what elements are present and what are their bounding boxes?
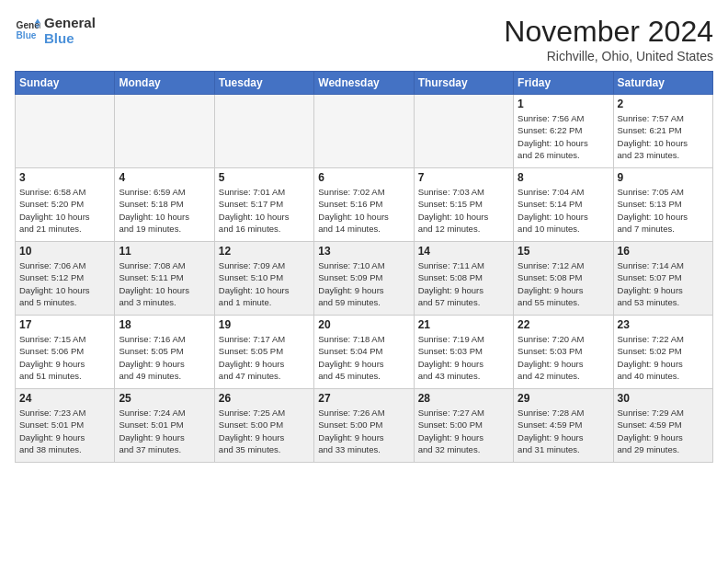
day-number: 24: [19, 392, 110, 405]
day-info: Sunrise: 6:59 AM Sunset: 5:18 PM Dayligh…: [119, 186, 210, 235]
day-number: 5: [219, 171, 310, 184]
day-info: Sunrise: 7:06 AM Sunset: 5:12 PM Dayligh…: [19, 259, 110, 308]
calendar-cell: 2Sunrise: 7:57 AM Sunset: 6:21 PM Daylig…: [613, 95, 712, 168]
calendar-cell: 24Sunrise: 7:23 AM Sunset: 5:01 PM Dayli…: [16, 389, 115, 463]
day-info: Sunrise: 7:16 AM Sunset: 5:05 PM Dayligh…: [119, 333, 210, 382]
day-info: Sunrise: 7:23 AM Sunset: 5:01 PM Dayligh…: [19, 407, 110, 455]
day-number: 25: [119, 392, 210, 405]
calendar-cell: [16, 95, 115, 168]
day-info: Sunrise: 7:15 AM Sunset: 5:06 PM Dayligh…: [19, 333, 110, 382]
calendar-cell: 13Sunrise: 7:10 AM Sunset: 5:09 PM Dayli…: [314, 242, 414, 316]
day-number: 7: [418, 171, 509, 184]
day-number: 28: [418, 392, 509, 405]
day-info: Sunrise: 7:01 AM Sunset: 5:17 PM Dayligh…: [219, 186, 310, 235]
calendar-cell: 1Sunrise: 7:56 AM Sunset: 6:22 PM Daylig…: [514, 95, 613, 168]
day-info: Sunrise: 7:29 AM Sunset: 4:59 PM Dayligh…: [618, 407, 709, 455]
day-info: Sunrise: 7:02 AM Sunset: 5:16 PM Dayligh…: [318, 186, 409, 235]
logo: General Blue General Blue: [15, 15, 96, 46]
day-info: Sunrise: 7:56 AM Sunset: 6:22 PM Dayligh…: [518, 112, 609, 161]
page-header: General Blue General Blue November 2024 …: [15, 15, 713, 63]
day-info: Sunrise: 7:25 AM Sunset: 5:00 PM Dayligh…: [219, 407, 310, 455]
day-number: 11: [119, 245, 210, 258]
day-number: 2: [618, 98, 709, 110]
day-info: Sunrise: 7:26 AM Sunset: 5:00 PM Dayligh…: [318, 407, 409, 455]
calendar-table: SundayMondayTuesdayWednesdayThursdayFrid…: [15, 71, 713, 463]
day-info: Sunrise: 7:17 AM Sunset: 5:05 PM Dayligh…: [219, 333, 310, 382]
day-info: Sunrise: 7:19 AM Sunset: 5:03 PM Dayligh…: [418, 333, 509, 382]
calendar-week-3: 17Sunrise: 7:15 AM Sunset: 5:06 PM Dayli…: [16, 316, 713, 389]
weekday-header-wednesday: Wednesday: [314, 72, 414, 95]
calendar-cell: 28Sunrise: 7:27 AM Sunset: 5:00 PM Dayli…: [414, 389, 513, 463]
logo-line2: Blue: [44, 30, 96, 46]
day-info: Sunrise: 7:09 AM Sunset: 5:10 PM Dayligh…: [219, 259, 310, 308]
day-number: 10: [19, 245, 110, 258]
day-number: 30: [618, 392, 709, 405]
day-info: Sunrise: 7:28 AM Sunset: 4:59 PM Dayligh…: [518, 407, 609, 455]
title-area: November 2024 Richville, Ohio, United St…: [504, 15, 713, 63]
weekday-header-thursday: Thursday: [414, 72, 513, 95]
day-info: Sunrise: 7:20 AM Sunset: 5:03 PM Dayligh…: [518, 333, 609, 382]
calendar-cell: 16Sunrise: 7:14 AM Sunset: 5:07 PM Dayli…: [613, 242, 712, 316]
day-info: Sunrise: 7:14 AM Sunset: 5:07 PM Dayligh…: [618, 259, 709, 308]
calendar-cell: 6Sunrise: 7:02 AM Sunset: 5:16 PM Daylig…: [314, 168, 414, 242]
day-number: 15: [518, 245, 609, 258]
weekday-header-sunday: Sunday: [16, 72, 115, 95]
logo-icon: General Blue: [15, 17, 40, 43]
day-info: Sunrise: 7:03 AM Sunset: 5:15 PM Dayligh…: [418, 186, 509, 235]
calendar-cell: 5Sunrise: 7:01 AM Sunset: 5:17 PM Daylig…: [214, 168, 313, 242]
calendar-cell: 27Sunrise: 7:26 AM Sunset: 5:00 PM Dayli…: [314, 389, 414, 463]
day-info: Sunrise: 6:58 AM Sunset: 5:20 PM Dayligh…: [19, 186, 110, 235]
calendar-cell: 26Sunrise: 7:25 AM Sunset: 5:00 PM Dayli…: [214, 389, 313, 463]
day-number: 20: [318, 318, 409, 331]
day-number: 17: [19, 318, 110, 331]
calendar-cell: 18Sunrise: 7:16 AM Sunset: 5:05 PM Dayli…: [115, 316, 214, 389]
day-info: Sunrise: 7:04 AM Sunset: 5:14 PM Dayligh…: [518, 186, 609, 235]
calendar-cell: 25Sunrise: 7:24 AM Sunset: 5:01 PM Dayli…: [115, 389, 214, 463]
day-info: Sunrise: 7:24 AM Sunset: 5:01 PM Dayligh…: [119, 407, 210, 455]
calendar-cell: [414, 95, 513, 168]
logo-line1: General: [44, 15, 96, 30]
calendar-week-4: 24Sunrise: 7:23 AM Sunset: 5:01 PM Dayli…: [16, 389, 713, 463]
calendar-cell: 19Sunrise: 7:17 AM Sunset: 5:05 PM Dayli…: [214, 316, 313, 389]
day-number: 3: [19, 171, 110, 184]
calendar-cell: 29Sunrise: 7:28 AM Sunset: 4:59 PM Dayli…: [514, 389, 613, 463]
day-number: 26: [219, 392, 310, 405]
calendar-cell: 9Sunrise: 7:05 AM Sunset: 5:13 PM Daylig…: [613, 168, 712, 242]
day-number: 9: [618, 171, 709, 184]
calendar-cell: [115, 95, 214, 168]
calendar-cell: 12Sunrise: 7:09 AM Sunset: 5:10 PM Dayli…: [214, 242, 313, 316]
day-number: 8: [518, 171, 609, 184]
calendar-week-1: 3Sunrise: 6:58 AM Sunset: 5:20 PM Daylig…: [16, 168, 713, 242]
day-info: Sunrise: 7:12 AM Sunset: 5:08 PM Dayligh…: [518, 259, 609, 308]
day-info: Sunrise: 7:57 AM Sunset: 6:21 PM Dayligh…: [618, 112, 709, 161]
calendar-week-0: 1Sunrise: 7:56 AM Sunset: 6:22 PM Daylig…: [16, 95, 713, 168]
month-title: November 2024: [504, 15, 713, 49]
day-info: Sunrise: 7:22 AM Sunset: 5:02 PM Dayligh…: [618, 333, 709, 382]
calendar-cell: 4Sunrise: 6:59 AM Sunset: 5:18 PM Daylig…: [115, 168, 214, 242]
calendar-cell: 10Sunrise: 7:06 AM Sunset: 5:12 PM Dayli…: [16, 242, 115, 316]
calendar-cell: 14Sunrise: 7:11 AM Sunset: 5:08 PM Dayli…: [414, 242, 513, 316]
day-number: 27: [318, 392, 409, 405]
weekday-header-saturday: Saturday: [613, 72, 712, 95]
calendar-cell: 20Sunrise: 7:18 AM Sunset: 5:04 PM Dayli…: [314, 316, 414, 389]
day-info: Sunrise: 7:10 AM Sunset: 5:09 PM Dayligh…: [318, 259, 409, 308]
calendar-cell: 7Sunrise: 7:03 AM Sunset: 5:15 PM Daylig…: [414, 168, 513, 242]
day-number: 13: [318, 245, 409, 258]
weekday-header-monday: Monday: [115, 72, 214, 95]
day-number: 14: [418, 245, 509, 258]
day-number: 1: [518, 98, 609, 110]
day-number: 22: [518, 318, 609, 331]
day-info: Sunrise: 7:08 AM Sunset: 5:11 PM Dayligh…: [119, 259, 210, 308]
calendar-cell: 21Sunrise: 7:19 AM Sunset: 5:03 PM Dayli…: [414, 316, 513, 389]
calendar-cell: 3Sunrise: 6:58 AM Sunset: 5:20 PM Daylig…: [16, 168, 115, 242]
day-info: Sunrise: 7:05 AM Sunset: 5:13 PM Dayligh…: [618, 186, 709, 235]
calendar-cell: 15Sunrise: 7:12 AM Sunset: 5:08 PM Dayli…: [514, 242, 613, 316]
calendar-cell: 11Sunrise: 7:08 AM Sunset: 5:11 PM Dayli…: [115, 242, 214, 316]
day-info: Sunrise: 7:18 AM Sunset: 5:04 PM Dayligh…: [318, 333, 409, 382]
weekday-header-friday: Friday: [514, 72, 613, 95]
weekday-header-tuesday: Tuesday: [214, 72, 313, 95]
day-number: 29: [518, 392, 609, 405]
svg-text:Blue: Blue: [17, 30, 37, 40]
calendar-cell: 23Sunrise: 7:22 AM Sunset: 5:02 PM Dayli…: [613, 316, 712, 389]
day-info: Sunrise: 7:11 AM Sunset: 5:08 PM Dayligh…: [418, 259, 509, 308]
